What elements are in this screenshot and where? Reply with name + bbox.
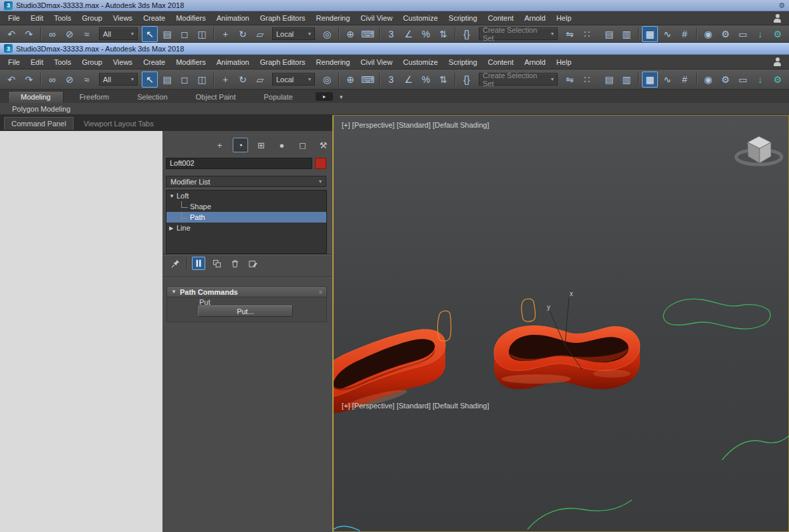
menu-rendering[interactable]: Rendering [311,14,356,22]
curve-editor-icon[interactable]: ∿ [659,72,675,88]
app-icon[interactable]: 3 [4,44,13,53]
select-and-manipulate-icon[interactable]: ⊕ [342,72,358,88]
select-object-icon[interactable]: ↖ [142,26,158,42]
ribbon-display-button[interactable]: ▸ [316,92,333,101]
select-and-move-icon[interactable]: + [217,72,233,88]
render-production-icon[interactable]: ↓ [752,72,768,88]
viewport-label-top[interactable]: [+] [Perspective] [Standard] [Default Sh… [342,121,489,129]
make-unique-button[interactable] [210,257,223,270]
bind-to-space-warp-icon[interactable]: ≈ [79,72,95,88]
select-by-name-icon[interactable]: ▤ [159,26,175,42]
ribbon-tab-object-paint[interactable]: Object Paint [184,92,248,103]
bind-to-space-warp-icon[interactable]: ≈ [79,26,95,42]
menu-scripting[interactable]: Scripting [443,14,483,22]
app-icon[interactable]: 3 [4,1,13,10]
rendered-frame-icon[interactable]: ▭ [735,26,751,42]
edit-named-selection-sets-icon[interactable]: {} [459,72,475,88]
workspace-gear-icon[interactable]: ⚙ [770,72,786,88]
user-account-icon[interactable] [772,13,782,23]
undo-icon[interactable]: ↶ [3,26,19,42]
percent-snap-icon[interactable]: % [418,26,434,42]
stack-item-shape[interactable]: Shape [166,201,326,212]
material-editor-icon[interactable]: ◉ [700,72,716,88]
select-and-rotate-icon[interactable]: ↻ [235,26,251,42]
spline-blue-bottom-left[interactable] [334,526,360,531]
ribbon-tab-freeform[interactable]: Freeform [68,92,122,103]
select-and-link-icon[interactable]: ∞ [44,72,60,88]
align-icon[interactable]: ∷ [579,72,595,88]
motion-tab-icon[interactable]: ● [274,138,290,152]
window-crossing-icon[interactable]: ◫ [194,26,210,42]
selection-filter-dropdown[interactable]: All▾ [99,27,138,40]
keyboard-shortcut-override-icon[interactable]: ⌨ [360,26,376,42]
object-color-swatch[interactable] [315,158,326,169]
show-end-result-button[interactable] [192,257,205,270]
menu-modifiers[interactable]: Modifiers [171,14,211,22]
display-tab-icon[interactable]: ◻ [295,138,310,152]
toggle-ribbon-icon[interactable]: ▦ [642,72,658,88]
align-icon[interactable]: ∷ [579,26,595,42]
redo-icon[interactable]: ↷ [21,72,37,88]
reference-coordinate-dropdown[interactable]: Local▾ [272,73,315,86]
render-setup-icon[interactable]: ⚙ [717,26,734,42]
put-button[interactable]: Put... [198,305,293,317]
use-pivot-point-icon[interactable]: ◎ [319,26,335,42]
rectangular-selection-region-icon[interactable]: ◻ [177,72,193,88]
menu-scripting[interactable]: Scripting [443,58,483,66]
select-by-name-icon[interactable]: ▤ [159,72,175,88]
menu-modifiers[interactable]: Modifiers [171,58,211,66]
angle-snap-icon[interactable]: ∠ [401,26,417,42]
mirror-icon[interactable]: ⇋ [562,26,578,42]
menu-customize[interactable]: Customize [398,58,443,66]
menu-views[interactable]: Views [108,14,138,22]
stack-item-line[interactable]: ▶Line [166,223,326,233]
gear-icon[interactable]: ⚙ [778,1,785,10]
window-crossing-icon[interactable]: ◫ [194,72,210,88]
menu-group[interactable]: Group [76,58,108,66]
toggle-layer-explorer-icon[interactable]: ▥ [618,26,635,42]
menu-file[interactable]: File [3,58,25,66]
snaps-toggle-icon[interactable]: 3 [383,72,399,88]
tab-command-panel[interactable]: Command Panel [4,117,74,130]
rendered-frame-icon[interactable]: ▭ [735,72,751,88]
menu-help[interactable]: Help [551,14,577,22]
spinner-snap-icon[interactable]: ⇅ [435,72,451,88]
ribbon-tab-modeling[interactable]: Modeling [8,91,64,103]
hierarchy-tab-icon[interactable]: ⊞ [253,138,269,152]
stack-item-path[interactable]: Path [166,212,326,223]
menu-graph-editors[interactable]: Graph Editors [255,58,311,66]
menu-rendering[interactable]: Rendering [311,58,356,66]
undo-icon[interactable]: ↶ [3,72,19,88]
select-and-manipulate-icon[interactable]: ⊕ [342,26,358,42]
spline-green-bottom-right[interactable] [722,434,789,460]
redo-icon[interactable]: ↷ [21,26,37,42]
menu-arnold[interactable]: Arnold [519,58,551,66]
snaps-toggle-icon[interactable]: 3 [383,26,399,42]
select-and-scale-icon[interactable]: ▱ [252,26,268,42]
use-pivot-point-icon[interactable]: ◎ [319,72,335,88]
select-and-move-icon[interactable]: + [217,26,233,42]
workspace-gear-icon[interactable]: ⚙ [770,26,786,42]
viewport-perspective[interactable]: x y [+] [Perspecti [332,115,789,532]
menu-content[interactable]: Content [483,14,520,22]
expand-arrow-icon[interactable]: ▶ [169,225,177,231]
menu-group[interactable]: Group [76,14,108,22]
material-editor-icon[interactable]: ◉ [700,26,716,42]
select-and-link-icon[interactable]: ∞ [44,26,60,42]
spinner-snap-icon[interactable]: ⇅ [435,26,451,42]
keyboard-shortcut-override-icon[interactable]: ⌨ [360,72,376,88]
spline-green-right[interactable] [663,299,770,329]
menu-tools[interactable]: Tools [49,14,77,22]
select-and-rotate-icon[interactable]: ↻ [235,72,251,88]
menu-arnold[interactable]: Arnold [519,14,551,22]
view-cube[interactable] [736,136,782,164]
utilities-tab-icon[interactable]: ⚒ [316,138,331,152]
rollout-header[interactable]: ▼ Path Commands ≡ [166,286,327,297]
menu-civil-view[interactable]: Civil View [355,58,397,66]
toggle-layer-explorer-icon[interactable]: ▥ [618,72,635,88]
render-setup-icon[interactable]: ⚙ [717,72,734,88]
ribbon-collapsed-panel[interactable]: Polygon Modeling [0,103,789,115]
menu-edit[interactable]: Edit [25,58,49,66]
loft-object-center[interactable] [494,325,640,389]
object-name-field[interactable]: Loft002 [166,158,312,169]
